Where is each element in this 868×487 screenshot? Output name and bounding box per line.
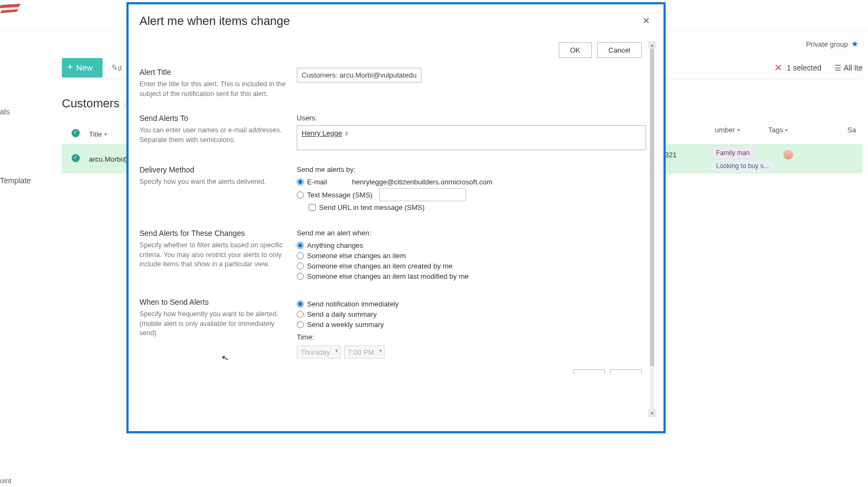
scroll-track[interactable] [650, 49, 654, 409]
delivery-email-radio[interactable] [297, 178, 304, 185]
scrollbar[interactable]: ▴ ▾ [648, 41, 656, 417]
change-any-label: Anything changes [307, 241, 363, 249]
cancel-button[interactable]: Cancel [597, 42, 642, 58]
section-alert-title: Alert Title Enter the title for this ale… [139, 68, 646, 99]
when-weekly-radio[interactable] [297, 321, 304, 328]
new-button[interactable]: + New [62, 58, 103, 78]
user-chip[interactable]: Henry Legge [302, 129, 342, 137]
edit-icon[interactable]: ✎d [111, 63, 122, 73]
left-nav-fragment: als [0, 107, 38, 116]
row-title-cell: arcu.Morbi@ [89, 155, 130, 163]
section-when: When to Send Alerts Specify how frequent… [139, 298, 646, 358]
changes-desc: Specify whether to filter alerts based o… [139, 241, 286, 270]
hamburger-icon[interactable]: ☰ [834, 63, 841, 72]
deselect-icon[interactable]: ✕ [774, 62, 782, 74]
change-created-label: Someone else changes an item created by … [307, 262, 452, 270]
view-selector[interactable]: All Ite [844, 63, 863, 72]
row-tags-cell: Family man Looking to buy s... [711, 146, 774, 172]
users-input[interactable]: Henry Legge x [297, 125, 646, 150]
scroll-down-icon[interactable]: ▾ [648, 409, 656, 417]
scroll-up-icon[interactable]: ▴ [648, 41, 656, 49]
change-any-radio[interactable] [297, 242, 304, 249]
chevron-down-icon: ▾ [104, 131, 107, 137]
delivery-label: Delivery Method [139, 165, 286, 174]
cancel-button-bottom[interactable] [610, 369, 642, 374]
delivery-email-value: henrylegge@citizenbuilders.onmicrosoft.c… [352, 178, 493, 186]
tag-pill: Family man [711, 148, 755, 158]
section-changes: Send Alerts for These Changes Specify wh… [139, 229, 646, 283]
sms-number-input[interactable] [379, 188, 466, 201]
left-nav-template[interactable]: Template [0, 176, 31, 185]
delivery-sms-radio[interactable] [297, 191, 304, 198]
star-icon: ★ [851, 39, 858, 48]
ok-button-bottom[interactable] [573, 369, 605, 374]
when-daily-label: Send a daily summary [307, 310, 377, 318]
day-select[interactable]: Thursday [297, 345, 341, 358]
column-sa[interactable]: Sa [847, 126, 856, 134]
column-number[interactable]: umber ▾ [715, 126, 740, 134]
change-else-label: Someone else changes an item [307, 252, 406, 260]
remove-user-icon[interactable]: x [343, 130, 348, 137]
close-icon[interactable]: ✕ [640, 14, 653, 27]
section-send-to: Send Alerts To You can enter user names … [139, 114, 646, 150]
dialog-title: Alert me when items change [139, 14, 657, 28]
delivery-email-label: E-mail [307, 178, 327, 186]
selected-count: 1 selected [787, 63, 821, 72]
row-checked-icon[interactable] [72, 154, 80, 162]
column-title[interactable]: Title ▾ [89, 130, 107, 138]
send-url-label: Send URL in text message (SMS) [319, 203, 425, 212]
delivery-desc: Specify how you want the alerts delivere… [139, 177, 286, 187]
alert-dialog: Alert me when items change ✕ ▴ ▾ OK Canc… [126, 2, 666, 433]
select-all-check[interactable] [72, 129, 80, 137]
delivery-subhead: Send me alerts by: [297, 165, 646, 174]
delivery-sms-label: Text Message (SMS) [307, 191, 373, 199]
bottom-fragment: oint [0, 477, 11, 485]
column-tags[interactable]: Tags ▾ [768, 126, 788, 134]
chevron-down-icon: ▾ [737, 127, 740, 133]
changes-label: Send Alerts for These Changes [139, 229, 286, 238]
when-immediate-label: Send notification immediately [307, 300, 399, 308]
when-weekly-label: Send a weekly summary [307, 321, 384, 329]
ok-button[interactable]: OK [559, 42, 592, 58]
alert-title-input[interactable] [297, 68, 422, 82]
alert-title-label: Alert Title [139, 68, 286, 76]
scroll-thumb[interactable] [650, 49, 654, 366]
list-title: Customers☆ [62, 97, 130, 111]
change-else-radio[interactable] [297, 252, 304, 259]
group-privacy-label: Private group★ [806, 39, 858, 49]
send-url-checkbox[interactable] [309, 204, 316, 211]
changes-subhead: Send me an alert when: [297, 229, 646, 237]
change-created-radio[interactable] [297, 262, 304, 270]
when-label: When to Send Alerts [139, 298, 286, 306]
time-label: Time: [297, 333, 646, 341]
alert-title-desc: Enter the title for this alert. This is … [139, 80, 286, 99]
send-to-desc: You can enter user names or e-mail addre… [139, 126, 286, 145]
plus-icon: + [67, 62, 73, 73]
change-modified-radio[interactable] [297, 273, 304, 280]
avatar [783, 150, 793, 159]
time-select[interactable]: 7:00 PM [344, 345, 385, 358]
users-label: Users: [297, 114, 646, 122]
change-modified-label: Someone else changes an item last modifi… [307, 272, 469, 280]
when-immediate-radio[interactable] [297, 300, 304, 307]
section-delivery: Delivery Method Specify how you want the… [139, 165, 646, 214]
chevron-down-icon: ▾ [785, 127, 788, 133]
when-daily-radio[interactable] [297, 311, 304, 318]
app-logo [0, 0, 22, 16]
when-desc: Specify how frequently you want to be al… [139, 310, 286, 338]
send-to-label: Send Alerts To [139, 114, 286, 123]
tag-pill: Looking to buy s... [711, 161, 774, 171]
